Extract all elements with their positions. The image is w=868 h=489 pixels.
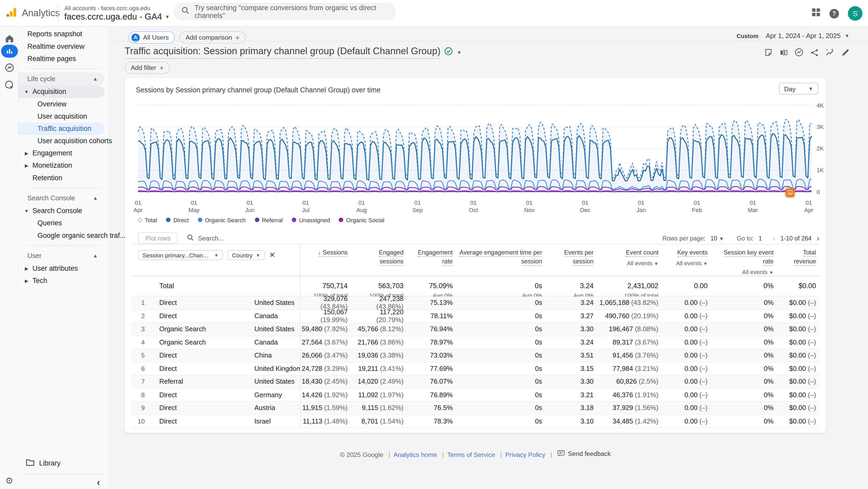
sidebar-item-search-console[interactable]: ▼Search Console [19, 205, 104, 217]
triangle-right-icon: ▶ [24, 266, 29, 271]
data-quality-check-icon[interactable] [444, 47, 453, 58]
segment-a-badge: A [131, 33, 140, 42]
sidebar-item-queries[interactable]: Queries [19, 217, 104, 229]
remove-dimension-icon[interactable]: ✕ [269, 250, 275, 259]
sidebar-group-life-cycle[interactable]: Life cycle▲ [19, 72, 104, 86]
sidebar-item-traffic-acquisition[interactable]: Traffic acquisition [19, 122, 104, 135]
anomaly-insight-icon[interactable] [786, 189, 794, 197]
triangle-right-icon: ▶ [24, 163, 29, 168]
legend-dot [166, 218, 170, 222]
column-header-session-key-event-rate[interactable]: Session key eventrateAll events ▼ [711, 244, 777, 276]
column-header-event-count[interactable]: Event countAll events ▼ [597, 244, 662, 276]
chevron-down-icon[interactable]: ▼ [457, 50, 462, 55]
global-search-input[interactable]: Try searching "compare conversions from … [173, 3, 396, 20]
chart-interval-select[interactable]: Day▼ [779, 83, 818, 94]
legend-item-unassigned[interactable]: Unassigned [291, 217, 330, 223]
legend-item-organic-search[interactable]: Organic Search [197, 217, 245, 223]
notes-icon[interactable] [764, 48, 773, 57]
next-page-icon[interactable]: › [817, 234, 819, 242]
chevron-up-icon: ▲ [93, 253, 98, 258]
search-icon [187, 233, 194, 243]
sidebar-item-retention[interactable]: Retention [19, 172, 104, 184]
product-name: Analytics [22, 7, 60, 19]
legend-item-direct[interactable]: Direct [166, 217, 189, 223]
property-selector[interactable]: faces.ccrc.uga.edu - GA4▼ [64, 12, 170, 22]
reports-icon[interactable] [0, 45, 19, 58]
plus-icon: + [235, 33, 240, 42]
add-filter-button[interactable]: Add filter + [125, 62, 170, 74]
sidebar-item-engagement[interactable]: ▶Engagement [19, 147, 104, 160]
sidebar-item-overview[interactable]: Overview [19, 98, 104, 110]
legend-dot [138, 218, 142, 222]
sidebar-group-search-console[interactable]: Search Console▲ [19, 192, 104, 205]
share-icon[interactable] [810, 48, 819, 57]
sidebar-item-realtime-pages[interactable]: Realtime pages [19, 53, 108, 65]
explore-report-icon[interactable] [794, 48, 804, 57]
date-range-picker[interactable]: Custom Apr 1, 2024 - Apr 1, 2025 ▼ [733, 31, 849, 40]
sidebar-item-reports-snapshot[interactable]: Reports snapshot [19, 28, 108, 40]
advertising-icon[interactable] [0, 80, 19, 90]
svg-text:2K: 2K [817, 145, 824, 152]
column-header-avg-engagement-time[interactable]: Average engagement time persession [456, 244, 546, 276]
ga4-app: Analytics All accounts›faces.ccrc.uga.ed… [0, 0, 868, 489]
page-title[interactable]: Traffic acquisition: Session primary cha… [125, 46, 440, 59]
terms-link[interactable]: Terms of Service [447, 452, 495, 458]
go-to-input[interactable]: 1 [758, 235, 762, 241]
analytics-brand[interactable]: Analytics [0, 6, 58, 21]
page-footer: © 2025 Google |Analytics home |Terms of … [125, 450, 826, 458]
table-row: 1DirectUnited States329,076 (43.84%)247,… [131, 296, 819, 310]
column-header-engagement-rate[interactable]: Engagementrate [407, 244, 456, 276]
collapse-sidebar-icon[interactable]: ‹ [97, 478, 100, 487]
table-row: 2DirectCanada150,067 (19.99%)117,220 (20… [131, 310, 819, 323]
sidebar-item-acquisition[interactable]: ▼Acquisition [19, 86, 104, 98]
sidebar-item-user-acquisition-cohorts[interactable]: User acquisition cohorts [19, 135, 104, 147]
avatar[interactable]: S [848, 6, 863, 21]
apps-grid-icon[interactable] [811, 8, 820, 19]
help-icon[interactable]: ? [830, 9, 839, 18]
column-header-sessions[interactable]: ↓ Sessions [301, 244, 351, 276]
feedback-icon [557, 450, 565, 457]
column-header-key-events[interactable]: Key eventsAll events ▼ [662, 244, 711, 276]
plot-rows-button[interactable]: Plot rows [138, 232, 178, 244]
insights-icon[interactable] [825, 48, 834, 57]
table-row: 3Organic SearchUnited States59,480 (7.92… [131, 323, 819, 336]
sidebar-item-realtime-overview[interactable]: Realtime overview [19, 40, 108, 52]
breadcrumb[interactable]: All accounts›faces.ccrc.uga.edu [64, 5, 170, 11]
legend-item-organic-social[interactable]: Organic Social [339, 217, 384, 223]
admin-gear-icon[interactable]: ⚙ [0, 477, 19, 485]
sidebar-group-user[interactable]: User▲ [19, 249, 104, 262]
sidebar-item-google-organic-search-traf-[interactable]: Google organic search traf... [19, 229, 104, 241]
analytics-logo-icon [5, 6, 18, 21]
table-row: 4Organic SearchCanada27,564 (3.67%)21,76… [131, 336, 819, 349]
column-header-engaged-sessions[interactable]: Engagedsessions [351, 244, 407, 276]
chart-x-axis: 01 Apr01 May01 Jun01 Jul01 Aug01 Sep01 O… [125, 199, 826, 214]
all-users-segment-chip[interactable]: A All Users [128, 31, 175, 44]
compare-ab-icon[interactable] [779, 48, 788, 57]
add-comparison-button[interactable]: Add comparison + [180, 31, 246, 44]
privacy-link[interactable]: Privacy Policy [505, 452, 546, 458]
primary-dimension-select[interactable]: Session primary...Channel Group)▼ [138, 250, 223, 260]
table-row: 6DirectUnited Kingdom24,728 (3.29%)19,21… [131, 362, 819, 375]
triangle-down-icon: ▼ [24, 208, 29, 213]
sidebar-item-library[interactable]: Library [19, 456, 108, 470]
explore-icon[interactable] [0, 63, 19, 73]
column-header-total-revenue[interactable]: Totalrevenue [777, 244, 819, 276]
sidebar-item-user-acquisition[interactable]: User acquisition [19, 110, 104, 122]
legend-item-referral[interactable]: Referral [255, 217, 283, 223]
folder-icon [26, 459, 35, 468]
table-row: 9DirectAustria11,915 (1.59%)9,115 (1.62%… [131, 402, 819, 415]
table-search-input[interactable]: Search... [187, 233, 224, 243]
x-tick-aug: 01 Aug [356, 199, 367, 214]
sidebar-item-tech[interactable]: ▶Tech [19, 275, 104, 287]
edit-icon[interactable] [841, 48, 849, 57]
rows-per-page-select[interactable]: 10 ▼ [710, 235, 724, 241]
send-feedback-button[interactable]: Send feedback [557, 450, 611, 457]
legend-item-total[interactable]: Total [138, 217, 157, 223]
triangle-right-icon: ▶ [24, 278, 29, 283]
column-header-events-per-session[interactable]: Events persession [546, 244, 597, 276]
secondary-dimension-select[interactable]: Country▼ [227, 250, 265, 260]
sidebar-item-user-attributes[interactable]: ▶User attributes [19, 262, 104, 275]
analytics-home-link[interactable]: Analytics home [394, 452, 437, 458]
sidebar-item-monetization[interactable]: ▶Monetization [19, 160, 104, 172]
home-icon[interactable] [0, 34, 19, 44]
